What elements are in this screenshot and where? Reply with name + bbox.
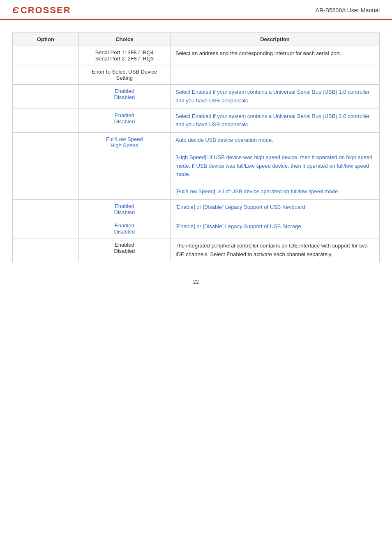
table-row: Enabled Disabled The integrated peripher… [13,238,380,262]
description-text: Select an address and the corresponding … [175,50,341,56]
logo: Є CROSSER [12,5,71,16]
description-text: The integrated peripheral controller con… [175,243,368,257]
choice-cell: Serial Port 1: 3F8 / IRQ4 Serial Port 2:… [78,46,170,65]
col-description: Description [170,33,379,46]
description-cell: Auto decide USB device operation mode. [… [170,133,379,200]
option-cell [13,219,79,238]
description-text: [Enable] or [Disable] Legacy Support of … [175,204,305,210]
description-cell: The integrated peripheral controller con… [170,238,379,262]
choice-disabled: Disabled [84,94,165,100]
option-cell [13,238,79,262]
choice-cell: Full/Low Speed High Speed [78,133,170,200]
choice-enabled: Enabled [84,203,165,209]
description-text: [Enable] or [Disable] Legacy Support of … [175,223,301,229]
table-row: Full/Low Speed High Speed Auto decide US… [13,133,380,200]
description-text: Auto decide USB device operation mode. [… [175,136,374,196]
choice-cell: Enabled Disabled [78,219,170,238]
table-row: Serial Port 1: 3F8 / IRQ4 Serial Port 2:… [13,46,380,65]
choice-item: Enter to Select USB Device Setting [84,69,165,81]
choice-cell: Enabled Disabled [78,199,170,219]
option-cell [13,46,79,65]
option-cell [13,109,79,133]
description-cell [170,65,379,85]
choice-disabled: Disabled [84,229,165,235]
page-header: Є CROSSER AR-B5800A User Manual [0,0,392,20]
option-cell [13,65,79,85]
table-row: Enabled Disabled [Enable] or [Disable] L… [13,199,380,219]
choice-enabled: Enabled [84,88,165,94]
choice-enabled: Enabled [84,222,165,229]
table-header-row: Option Choice Description [13,33,380,46]
description-text: Select Enabled if your system contains a… [175,113,370,128]
page-number: 22 [193,279,199,285]
option-cell [13,85,79,109]
options-table: Option Choice Description Serial Port 1:… [12,32,380,262]
choice-disabled: Disabled [84,209,165,215]
description-cell: [Enable] or [Disable] Legacy Support of … [170,199,379,219]
page-footer: 22 [0,271,392,293]
option-cell [13,133,79,200]
choice-cell: Enter to Select USB Device Setting [78,65,170,85]
description-text: Select Enabled if your system contains a… [175,89,370,104]
choice-enabled: Enabled [84,242,165,248]
description-cell: Select Enabled if your system contains a… [170,109,379,133]
col-choice: Choice [78,33,170,46]
main-content: Option Choice Description Serial Port 1:… [0,20,392,271]
choice-item: Serial Port 2: 2F8 / IRQ3 [84,56,165,62]
table-row: Enter to Select USB Device Setting [13,65,380,85]
document-title: AR-B5800A User Manual [316,7,380,14]
description-cell: Select an address and the corresponding … [170,46,379,65]
choice-item: Serial Port 1: 3F8 / IRQ4 [84,49,165,56]
logo-text: CROSSER [21,5,71,16]
choice-cell: Enabled Disabled [78,85,170,109]
choice-cell: Enabled Disabled [78,238,170,262]
choice-enabled: Enabled [84,112,165,118]
table-row: Enabled Disabled [Enable] or [Disable] L… [13,219,380,238]
choice-disabled: Disabled [84,118,165,125]
choice-disabled: Disabled [84,248,165,254]
table-row: Enabled Disabled Select Enabled if your … [13,109,380,133]
description-cell: Select Enabled if your system contains a… [170,85,379,109]
option-cell [13,199,79,219]
logo-icon: Є [12,5,19,16]
choice-cell: Enabled Disabled [78,109,170,133]
choice-full-low-speed: Full/Low Speed [84,136,165,142]
choice-high-speed: High Speed [84,142,165,148]
table-row: Enabled Disabled Select Enabled if your … [13,85,380,109]
col-option: Option [13,33,79,46]
description-cell: [Enable] or [Disable] Legacy Support of … [170,219,379,238]
